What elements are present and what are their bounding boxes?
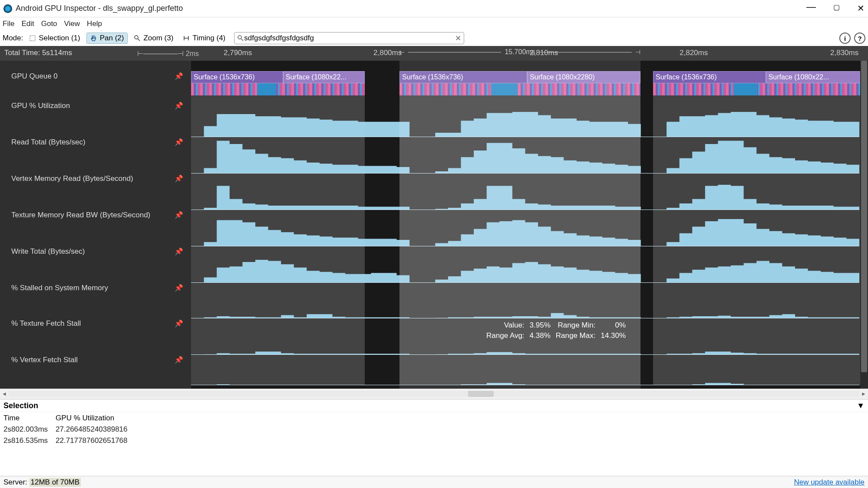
selection-icon [29, 35, 36, 42]
pan-icon [90, 35, 97, 42]
track-label: Texture Memory Read BW (Bytes/Second) [11, 211, 150, 219]
mode-timing[interactable]: Timing (4) [179, 33, 229, 43]
total-time-label: Total Time: 5s114ms [4, 49, 72, 57]
pin-icon[interactable]: 📌 [175, 247, 183, 255]
pin-icon[interactable]: 📌 [175, 72, 183, 80]
surface-block[interactable]: Surface (1536x736) [653, 71, 766, 83]
selection-table: Time GPU % Utilization 2s802.003ms27.266… [0, 412, 133, 447]
time-ruler[interactable]: Total Time: 5s114ms ⊢───────⊣ 2ms 2,790m… [0, 46, 868, 61]
minimize-button[interactable]: — [806, 1, 816, 13]
maximize-button[interactable]: ▢ [833, 3, 840, 14]
titlebar: Android GPU Inspector - dls_swappy_gl.pe… [0, 0, 868, 17]
ruler-tick: 2,790ms [224, 49, 252, 57]
track-label: GPU % Utilization [11, 102, 70, 110]
timing-icon [183, 35, 190, 42]
svg-line-7 [241, 39, 243, 41]
track-data-area[interactable]: Value:3.95% Range Min:0% Range Avg:4.38%… [191, 61, 859, 389]
pin-icon[interactable]: 📌 [175, 102, 183, 110]
search-icon [237, 35, 244, 42]
menu-edit[interactable]: Edit [21, 20, 34, 28]
clear-search-icon[interactable]: ✕ [455, 34, 461, 43]
search-input[interactable] [244, 34, 455, 43]
ruler-tick: 2,830ms [830, 49, 858, 57]
menu-view[interactable]: View [64, 20, 80, 28]
pin-icon[interactable]: 📌 [175, 138, 183, 146]
server-label: Server: [3, 478, 27, 487]
help-button[interactable]: ? [854, 33, 865, 44]
track-label: Write Total (Bytes/sec) [11, 247, 85, 256]
pin-icon[interactable]: 📌 [175, 319, 183, 328]
track-label: GPU Queue 0 [11, 72, 58, 81]
surface-block[interactable]: Surface (1080x22... [283, 71, 365, 83]
selection-span-label: ⊢ 15.700ms ⊣ [399, 47, 640, 57]
track-headers: GPU Queue 0📌GPU % Utilization📌Read Total… [0, 61, 191, 389]
svg-rect-0 [30, 36, 35, 41]
app-icon [3, 4, 12, 13]
svg-point-1 [135, 36, 138, 39]
surface-block[interactable]: Surface (1536x736) [399, 71, 527, 83]
close-button[interactable]: ✕ [857, 3, 865, 14]
pin-icon[interactable]: 📌 [175, 174, 183, 183]
table-row[interactable]: 2s802.003ms27.266485240389816 [1, 424, 132, 435]
track-label: % Texture Fetch Stall [11, 319, 81, 328]
pin-icon[interactable]: 📌 [175, 356, 183, 364]
menu-file[interactable]: File [3, 20, 14, 28]
menu-help[interactable]: Help [87, 20, 102, 28]
table-row[interactable]: 2s816.535ms22.717787602651768 [1, 436, 132, 446]
toolbar: Mode: Selection (1) Pan (2) Zoom (3) Tim… [0, 30, 868, 46]
mode-label: Mode: [3, 34, 23, 43]
ruler-tick: 2,800ms [373, 49, 402, 57]
selection-panel-header[interactable]: Selection ▼ [0, 399, 868, 412]
zoom-icon [134, 35, 141, 42]
search-box[interactable]: ✕ [234, 32, 464, 44]
scroll-left-icon[interactable]: ◄ [0, 391, 9, 397]
selection-title: Selection [3, 401, 38, 410]
collapse-icon[interactable]: ▼ [857, 401, 865, 410]
server-memory: 12MB of 70MB [30, 478, 81, 487]
scroll-right-icon[interactable]: ► [859, 391, 868, 397]
ruler-tick: 2,820ms [680, 49, 708, 57]
scale-hint: ⊢───────⊣ 2ms [137, 49, 199, 58]
menu-goto[interactable]: Goto [41, 20, 57, 28]
svg-line-2 [138, 39, 140, 41]
track-label: % Vertex Fetch Stall [11, 356, 78, 364]
mode-zoom[interactable]: Zoom (3) [130, 33, 177, 43]
pin-icon[interactable]: 📌 [175, 211, 183, 219]
timeline[interactable]: Total Time: 5s114ms ⊢───────⊣ 2ms 2,790m… [0, 46, 868, 389]
surface-block[interactable]: Surface (1080x2280) [527, 71, 640, 83]
window-controls: — ▢ ✕ [806, 3, 865, 14]
track-label: % Stalled on System Memory [11, 284, 108, 292]
vertical-scrollbar[interactable] [860, 61, 868, 389]
pin-icon[interactable]: 📌 [175, 284, 183, 292]
track-label: Read Total (Bytes/sec) [11, 138, 86, 147]
svg-point-6 [238, 36, 241, 39]
hover-tooltip: Value:3.95% Range Min:0% Range Avg:4.38%… [486, 321, 626, 340]
horizontal-scrollbar[interactable]: ◄ ► [0, 389, 868, 399]
menubar: File Edit Goto View Help [0, 17, 868, 30]
window-title: Android GPU Inspector - dls_swappy_gl.pe… [16, 4, 183, 13]
col-value[interactable]: GPU % Utilization [53, 413, 132, 423]
track-label: Vertex Memory Read (Bytes/Second) [11, 174, 133, 183]
col-time[interactable]: Time [1, 413, 52, 423]
surface-block[interactable]: Surface (1536x736) [191, 71, 283, 83]
mode-selection[interactable]: Selection (1) [26, 33, 83, 43]
mode-pan[interactable]: Pan (2) [86, 33, 128, 44]
surface-block[interactable]: Surface (1080x22... [766, 71, 866, 83]
info-button[interactable]: i [839, 33, 851, 44]
update-link[interactable]: New update available [794, 478, 865, 487]
statusbar: Server: 12MB of 70MB New update availabl… [0, 476, 868, 488]
